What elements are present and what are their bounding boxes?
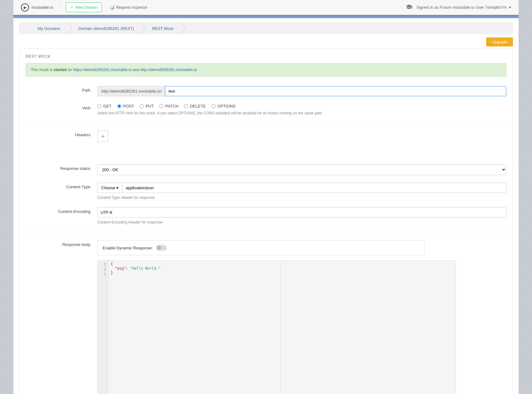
verb-label-text: DELETE [190,104,206,108]
choose-label: Choose [101,185,115,190]
add-header-button[interactable]: ＋ [97,131,109,142]
headers-label: Headers [26,131,97,142]
brand-icon: ▶ [21,3,29,12]
breadcrumb-my-domains[interactable]: My Domains [21,22,68,34]
dynamic-response-box: Enable Dynamic Response: [97,240,425,255]
brand-logo[interactable]: ▶ mockable.io [21,3,60,12]
content-encoding-label: Content-Encoding [26,207,97,224]
chart-icon: 📊 [110,5,115,10]
path-input[interactable] [165,86,506,96]
verb-put-radio[interactable] [140,104,144,108]
content-type-hint: Content-Type Header for response [97,195,506,200]
alert-text: This mock is [31,68,54,72]
breadcrumb-label: Domain demo9285261 (REST) [78,26,134,31]
breadcrumb-label: My Domains [38,26,60,31]
plus-icon: ＋ [100,133,105,140]
content-encoding-input[interactable] [97,207,506,218]
user-menu[interactable]: Signed in as Future mockable.io User 7ex… [416,5,511,10]
verb-patch[interactable]: PATCH [159,104,178,108]
content-encoding-hint: Content-Encoding Header for response [97,220,506,224]
content-type-label: Content-Type [26,183,97,200]
content-type-choose-button[interactable]: Choose ▾ [97,183,122,193]
verb-label-text: PUT [146,104,154,108]
verb-label: Verb [26,104,97,115]
breadcrumb: My Domains Domain demo9285261 (REST) RES… [19,22,513,34]
chevron-down-icon: ▾ [509,5,511,10]
toggle-knob [157,246,161,250]
response-status-label: Response status [26,164,97,175]
new-domain-label: New Domain [75,5,98,10]
content-type-input[interactable] [122,183,506,193]
breadcrumb-domain[interactable]: Domain demo9285261 (REST) [68,22,141,34]
verb-put[interactable]: PUT [140,104,154,108]
verb-post[interactable]: POST [117,104,134,108]
verb-options[interactable]: OPTIONS [211,104,236,108]
verb-delete[interactable]: DELETE [184,104,206,108]
request-inspector-button[interactable]: 📊 Request inspector [106,3,151,12]
upgrade-button[interactable]: Upgrade [486,37,513,46]
path-prefix: http://demo9285261.mockable.io/ [97,86,165,96]
code-brace: { [111,262,113,266]
response-body-editor[interactable]: 1▾ 2 3 { "msg": "Hello World." } [97,260,456,394]
line-number: 3 [98,272,106,277]
mock-http-link[interactable]: http://demo9285261.mockable.io [140,68,197,72]
verb-get-radio[interactable] [97,104,101,108]
dynamic-response-label: Enable Dynamic Response: [103,246,152,250]
chevron-down-icon: ▾ [116,185,118,190]
request-inspector-label: Request inspector [116,5,148,10]
graduation-cap-icon[interactable] [406,4,413,10]
breadcrumb-rest-mock[interactable]: REST Mock [142,22,181,34]
alert-text: on [67,68,73,72]
path-label: Path [26,86,97,96]
mock-status-alert: This mock is started on https://demo9285… [26,63,506,77]
verb-label-text: PATCH [165,104,178,108]
editor-code[interactable]: { "msg": "Hello World." } [108,261,456,394]
plus-icon: ＋ [70,5,74,10]
code-string: "Hello World." [130,266,160,271]
new-domain-button[interactable]: ＋ New Domain [66,2,102,12]
code-sep: : [126,266,130,271]
code-brace: } [111,271,113,275]
verb-hint: Select the HTTP verb for this mock. If y… [97,111,506,115]
verb-get[interactable]: GET [97,104,112,108]
verb-radio-group: GET POST PUT PATCH DELETE OPTIONS [97,104,506,108]
alert-status: started [54,68,67,72]
rest-mock-card: REST MOCK This mock is started on https:… [19,48,513,394]
brand-text: mockable.io [31,5,53,10]
topbar: ▶ mockable.io ＋ New Domain 📊 Request ins… [13,0,519,15]
verb-delete-radio[interactable] [184,104,188,108]
editor-split-line [280,261,281,394]
code-key: "msg" [115,266,126,271]
alert-text: and [132,68,140,72]
verb-patch-radio[interactable] [159,104,163,108]
mock-https-link[interactable]: https://demo9285261.mockable.io [73,68,132,72]
verb-label-text: GET [103,104,112,108]
dynamic-response-toggle[interactable] [156,245,167,251]
verb-label-text: OPTIONS [217,104,236,108]
verb-options-radio[interactable] [211,104,215,108]
verb-label-text: POST [123,104,134,108]
verb-post-radio[interactable] [117,104,121,108]
breadcrumb-label: REST Mock [152,26,174,31]
editor-gutter: 1▾ 2 3 [98,261,108,394]
card-title: REST MOCK [26,54,506,59]
accent-bar [13,15,519,18]
response-status-select[interactable]: 200 - OK [97,164,506,175]
response-body-label: Response body [26,240,97,394]
signed-in-label: Signed in as Future mockable.io User 7ex… [416,5,506,10]
line-number: 1 [104,262,106,267]
line-number: 2 [98,267,106,272]
